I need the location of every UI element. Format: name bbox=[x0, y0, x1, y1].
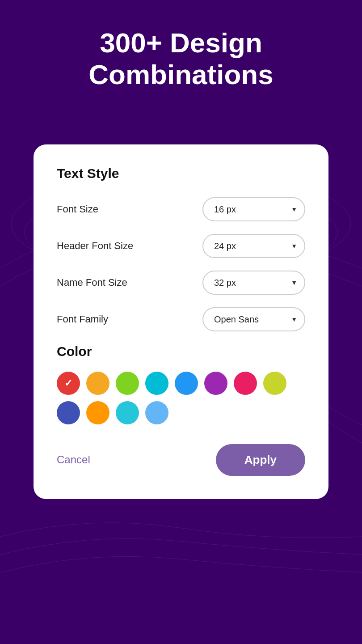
color-swatch-cyan[interactable] bbox=[145, 372, 168, 395]
font-size-select-wrapper: 12 px 14 px 16 px 18 px 20 px 24 px ▼ bbox=[202, 197, 305, 221]
color-swatch-amber[interactable] bbox=[86, 401, 109, 424]
color-section-title: Color bbox=[57, 344, 305, 359]
header-font-size-select[interactable]: 16 px 20 px 24 px 28 px 32 px bbox=[202, 234, 305, 258]
name-font-size-select-wrapper: 20 px 24 px 28 px 32 px 36 px ▼ bbox=[202, 271, 305, 295]
font-size-row: Font Size 12 px 14 px 16 px 18 px 20 px … bbox=[57, 197, 305, 221]
color-swatch-yellow-green[interactable] bbox=[263, 372, 286, 395]
font-family-label: Font Family bbox=[57, 314, 108, 325]
font-size-select[interactable]: 12 px 14 px 16 px 18 px 20 px 24 px bbox=[202, 197, 305, 221]
name-font-size-row: Name Font Size 20 px 24 px 28 px 32 px 3… bbox=[57, 271, 305, 295]
header-font-size-select-wrapper: 16 px 20 px 24 px 28 px 32 px ▼ bbox=[202, 234, 305, 258]
header-font-size-label: Header Font Size bbox=[57, 240, 133, 252]
header-font-size-row: Header Font Size 16 px 20 px 24 px 28 px… bbox=[57, 234, 305, 258]
text-style-section-title: Text Style bbox=[57, 166, 305, 181]
apply-button[interactable]: Apply bbox=[216, 444, 305, 476]
font-family-select[interactable]: Open Sans Roboto Lato Montserrat Poppins bbox=[202, 307, 305, 331]
color-swatch-pink[interactable] bbox=[234, 372, 257, 395]
color-swatch-indigo[interactable] bbox=[57, 401, 80, 424]
color-swatch-teal[interactable] bbox=[116, 401, 139, 424]
action-row: Cancel Apply bbox=[57, 444, 305, 476]
color-swatch-blue[interactable] bbox=[175, 372, 198, 395]
color-swatch-red[interactable]: ✓ bbox=[57, 372, 80, 395]
color-swatch-green[interactable] bbox=[116, 372, 139, 395]
name-font-size-select[interactable]: 20 px 24 px 28 px 32 px 36 px bbox=[202, 271, 305, 295]
color-swatch-light-blue[interactable] bbox=[145, 401, 168, 424]
page-title: 300+ Design Combinations bbox=[62, 27, 300, 91]
font-family-row: Font Family Open Sans Roboto Lato Montse… bbox=[57, 307, 305, 331]
color-swatch-purple[interactable] bbox=[204, 372, 227, 395]
font-family-select-wrapper: Open Sans Roboto Lato Montserrat Poppins… bbox=[202, 307, 305, 331]
dialog-card: Text Style Font Size 12 px 14 px 16 px 1… bbox=[34, 144, 328, 499]
cancel-button[interactable]: Cancel bbox=[57, 453, 90, 466]
check-icon: ✓ bbox=[64, 377, 72, 389]
font-size-label: Font Size bbox=[57, 203, 98, 215]
name-font-size-label: Name Font Size bbox=[57, 277, 127, 288]
color-palette: ✓ bbox=[57, 372, 305, 424]
color-swatch-orange[interactable] bbox=[86, 372, 109, 395]
